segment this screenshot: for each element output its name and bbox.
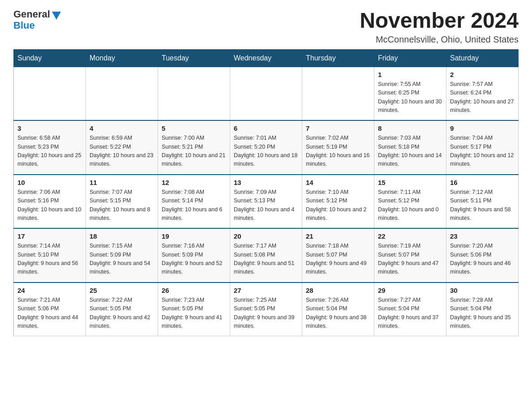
week-row-5: 24Sunrise: 7:21 AMSunset: 5:06 PMDayligh… bbox=[14, 283, 519, 336]
day-info: Sunrise: 7:17 AMSunset: 5:08 PMDaylight:… bbox=[234, 242, 298, 277]
header-tuesday: Tuesday bbox=[158, 49, 230, 67]
calendar-cell: 28Sunrise: 7:26 AMSunset: 5:04 PMDayligh… bbox=[302, 283, 374, 336]
calendar-cell: 21Sunrise: 7:18 AMSunset: 5:07 PMDayligh… bbox=[302, 228, 374, 283]
location-text: McConnelsville, Ohio, United States bbox=[360, 34, 519, 45]
day-number: 9 bbox=[450, 124, 515, 132]
calendar-cell: 23Sunrise: 7:20 AMSunset: 5:06 PMDayligh… bbox=[446, 228, 519, 283]
calendar-cell: 4Sunrise: 6:59 AMSunset: 5:22 PMDaylight… bbox=[86, 120, 158, 175]
day-info: Sunrise: 7:57 AMSunset: 6:24 PMDaylight:… bbox=[450, 80, 515, 115]
day-number: 24 bbox=[17, 287, 82, 294]
calendar-cell: 3Sunrise: 6:58 AMSunset: 5:23 PMDaylight… bbox=[14, 120, 86, 175]
day-info: Sunrise: 7:27 AMSunset: 5:04 PMDaylight:… bbox=[378, 296, 442, 331]
day-number: 4 bbox=[90, 124, 154, 132]
day-number: 2 bbox=[450, 71, 515, 78]
header-saturday: Saturday bbox=[446, 49, 519, 67]
day-info: Sunrise: 7:07 AMSunset: 5:15 PMDaylight:… bbox=[90, 188, 154, 223]
title-section: November 2024 McConnelsville, Ohio, Unit… bbox=[360, 9, 519, 45]
day-number: 7 bbox=[306, 124, 370, 132]
day-number: 15 bbox=[378, 179, 442, 186]
calendar-cell: 1Sunrise: 7:55 AMSunset: 6:25 PMDaylight… bbox=[374, 67, 446, 120]
week-row-4: 17Sunrise: 7:14 AMSunset: 5:10 PMDayligh… bbox=[14, 228, 519, 283]
day-number: 28 bbox=[306, 287, 370, 294]
calendar-cell: 16Sunrise: 7:12 AMSunset: 5:11 PMDayligh… bbox=[446, 175, 519, 229]
day-info: Sunrise: 7:23 AMSunset: 5:05 PMDaylight:… bbox=[162, 296, 226, 331]
calendar-header-row: SundayMondayTuesdayWednesdayThursdayFrid… bbox=[14, 49, 519, 67]
day-info: Sunrise: 7:15 AMSunset: 5:09 PMDaylight:… bbox=[90, 242, 154, 277]
day-number: 14 bbox=[306, 179, 370, 186]
logo-triangle-icon bbox=[52, 12, 61, 20]
day-number: 3 bbox=[17, 124, 82, 132]
calendar-cell bbox=[86, 67, 158, 120]
calendar-cell: 30Sunrise: 7:28 AMSunset: 5:04 PMDayligh… bbox=[446, 283, 519, 336]
day-info: Sunrise: 7:18 AMSunset: 5:07 PMDaylight:… bbox=[306, 242, 370, 277]
day-number: 26 bbox=[162, 287, 226, 294]
calendar-cell: 29Sunrise: 7:27 AMSunset: 5:04 PMDayligh… bbox=[374, 283, 446, 336]
calendar-cell: 19Sunrise: 7:16 AMSunset: 5:09 PMDayligh… bbox=[158, 228, 230, 283]
day-info: Sunrise: 7:20 AMSunset: 5:06 PMDaylight:… bbox=[450, 242, 515, 277]
calendar-cell bbox=[14, 67, 86, 120]
day-number: 19 bbox=[162, 232, 226, 240]
day-number: 29 bbox=[378, 287, 442, 294]
calendar-cell: 8Sunrise: 7:03 AMSunset: 5:18 PMDaylight… bbox=[374, 120, 446, 175]
header-monday: Monday bbox=[86, 49, 158, 67]
day-number: 16 bbox=[450, 179, 515, 186]
calendar-cell: 20Sunrise: 7:17 AMSunset: 5:08 PMDayligh… bbox=[230, 228, 302, 283]
logo-general-text: General bbox=[13, 9, 50, 19]
day-info: Sunrise: 7:09 AMSunset: 5:13 PMDaylight:… bbox=[234, 188, 298, 223]
day-number: 5 bbox=[162, 124, 226, 132]
day-info: Sunrise: 7:55 AMSunset: 6:25 PMDaylight:… bbox=[378, 80, 442, 115]
calendar-cell: 6Sunrise: 7:01 AMSunset: 5:20 PMDaylight… bbox=[230, 120, 302, 175]
day-number: 22 bbox=[378, 232, 442, 240]
header-sunday: Sunday bbox=[14, 49, 86, 67]
week-row-2: 3Sunrise: 6:58 AMSunset: 5:23 PMDaylight… bbox=[14, 120, 519, 175]
calendar-cell: 25Sunrise: 7:22 AMSunset: 5:05 PMDayligh… bbox=[86, 283, 158, 336]
day-info: Sunrise: 7:02 AMSunset: 5:19 PMDaylight:… bbox=[306, 134, 370, 169]
day-info: Sunrise: 7:12 AMSunset: 5:11 PMDaylight:… bbox=[450, 188, 515, 223]
calendar-cell: 10Sunrise: 7:06 AMSunset: 5:16 PMDayligh… bbox=[14, 175, 86, 229]
header-thursday: Thursday bbox=[302, 49, 374, 67]
day-info: Sunrise: 7:11 AMSunset: 5:12 PMDaylight:… bbox=[378, 188, 442, 223]
calendar-cell: 2Sunrise: 7:57 AMSunset: 6:24 PMDaylight… bbox=[446, 67, 519, 120]
day-info: Sunrise: 7:08 AMSunset: 5:14 PMDaylight:… bbox=[162, 188, 226, 223]
day-info: Sunrise: 7:06 AMSunset: 5:16 PMDaylight:… bbox=[17, 188, 82, 223]
day-number: 6 bbox=[234, 124, 298, 132]
day-number: 27 bbox=[234, 287, 298, 294]
calendar-cell bbox=[230, 67, 302, 120]
header-wednesday: Wednesday bbox=[230, 49, 302, 67]
calendar-cell: 11Sunrise: 7:07 AMSunset: 5:15 PMDayligh… bbox=[86, 175, 158, 229]
calendar-cell: 13Sunrise: 7:09 AMSunset: 5:13 PMDayligh… bbox=[230, 175, 302, 229]
day-info: Sunrise: 7:03 AMSunset: 5:18 PMDaylight:… bbox=[378, 134, 442, 169]
day-info: Sunrise: 7:26 AMSunset: 5:04 PMDaylight:… bbox=[306, 296, 370, 331]
day-number: 18 bbox=[90, 232, 154, 240]
day-info: Sunrise: 6:58 AMSunset: 5:23 PMDaylight:… bbox=[17, 134, 82, 169]
logo-blue-text: Blue bbox=[13, 20, 35, 31]
day-number: 23 bbox=[450, 232, 515, 240]
day-info: Sunrise: 7:04 AMSunset: 5:17 PMDaylight:… bbox=[450, 134, 515, 169]
day-number: 13 bbox=[234, 179, 298, 186]
logo: General Blue bbox=[13, 9, 61, 31]
week-row-3: 10Sunrise: 7:06 AMSunset: 5:16 PMDayligh… bbox=[14, 175, 519, 229]
day-info: Sunrise: 7:19 AMSunset: 5:07 PMDaylight:… bbox=[378, 242, 442, 277]
day-info: Sunrise: 7:21 AMSunset: 5:06 PMDaylight:… bbox=[17, 296, 82, 331]
calendar-cell: 5Sunrise: 7:00 AMSunset: 5:21 PMDaylight… bbox=[158, 120, 230, 175]
day-number: 17 bbox=[17, 232, 82, 240]
calendar-cell bbox=[302, 67, 374, 120]
day-number: 20 bbox=[234, 232, 298, 240]
day-info: Sunrise: 7:25 AMSunset: 5:05 PMDaylight:… bbox=[234, 296, 298, 331]
day-info: Sunrise: 7:16 AMSunset: 5:09 PMDaylight:… bbox=[162, 242, 226, 277]
calendar-table: SundayMondayTuesdayWednesdayThursdayFrid… bbox=[13, 49, 519, 337]
day-number: 30 bbox=[450, 287, 515, 294]
day-info: Sunrise: 7:01 AMSunset: 5:20 PMDaylight:… bbox=[234, 134, 298, 169]
calendar-cell: 12Sunrise: 7:08 AMSunset: 5:14 PMDayligh… bbox=[158, 175, 230, 229]
day-number: 21 bbox=[306, 232, 370, 240]
calendar-cell: 17Sunrise: 7:14 AMSunset: 5:10 PMDayligh… bbox=[14, 228, 86, 283]
page-header: General Blue November 2024 McConnelsvill… bbox=[13, 9, 519, 45]
day-info: Sunrise: 7:00 AMSunset: 5:21 PMDaylight:… bbox=[162, 134, 226, 169]
header-friday: Friday bbox=[374, 49, 446, 67]
day-info: Sunrise: 7:28 AMSunset: 5:04 PMDaylight:… bbox=[450, 296, 515, 331]
day-number: 25 bbox=[90, 287, 154, 294]
calendar-cell: 7Sunrise: 7:02 AMSunset: 5:19 PMDaylight… bbox=[302, 120, 374, 175]
day-number: 1 bbox=[378, 71, 442, 78]
calendar-cell: 26Sunrise: 7:23 AMSunset: 5:05 PMDayligh… bbox=[158, 283, 230, 336]
calendar-cell bbox=[158, 67, 230, 120]
